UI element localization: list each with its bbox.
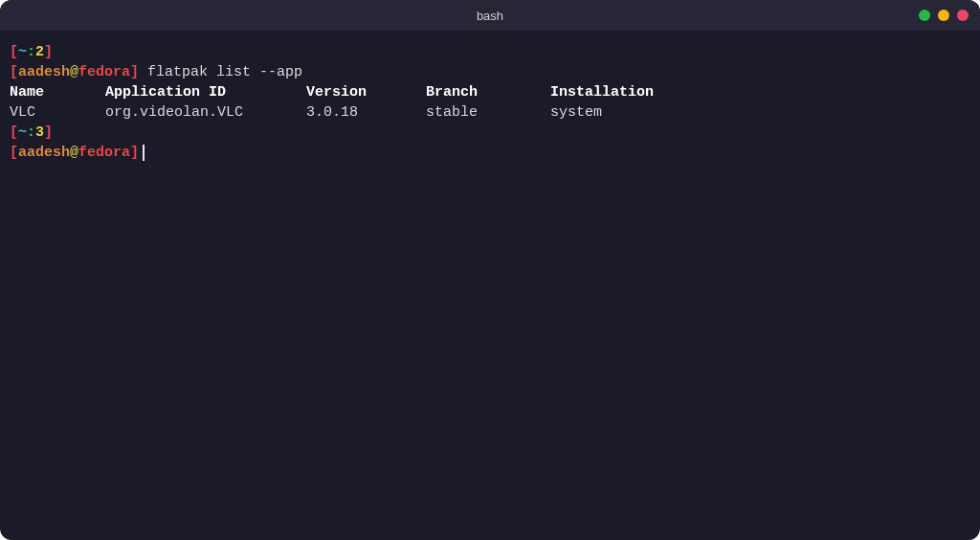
table-row: VLCorg.videolan.VLC3.0.18stablesystem (10, 102, 970, 123)
header-installation: Installation (550, 84, 654, 101)
terminal-body[interactable]: [~:2][aadesh@fedora] flatpak list --appN… (0, 31, 980, 174)
header-name: Name (10, 82, 105, 102)
header-app-id: Application ID (105, 82, 306, 102)
table-header-row: NameApplication IDVersionBranchInstallat… (10, 82, 970, 102)
command-line: [aadesh@fedora] flatpak list --app (10, 62, 970, 82)
terminal-window: bash [~:2][aadesh@fedora] flatpak list -… (0, 0, 980, 540)
title-bar: bash (0, 0, 980, 31)
prompt-line-current: [aadesh@fedora] (10, 143, 970, 163)
cell-name: VLC (10, 102, 105, 123)
minimize-button[interactable] (919, 10, 930, 21)
command-text: flatpak list --app (139, 64, 302, 80)
maximize-button[interactable] (938, 10, 949, 21)
header-branch: Branch (426, 82, 550, 102)
prompt-context-line-2: [~:3] (10, 123, 970, 143)
window-title: bash (477, 9, 503, 23)
cell-version: 3.0.18 (306, 102, 426, 123)
cell-app-id: org.videolan.VLC (105, 102, 306, 123)
close-button[interactable] (957, 10, 969, 21)
prompt-context-line: [~:2] (10, 42, 970, 62)
cell-branch: stable (426, 102, 550, 123)
cell-installation: system (550, 104, 602, 121)
header-version: Version (306, 82, 426, 102)
window-controls (919, 10, 969, 21)
cursor-icon (143, 145, 145, 161)
